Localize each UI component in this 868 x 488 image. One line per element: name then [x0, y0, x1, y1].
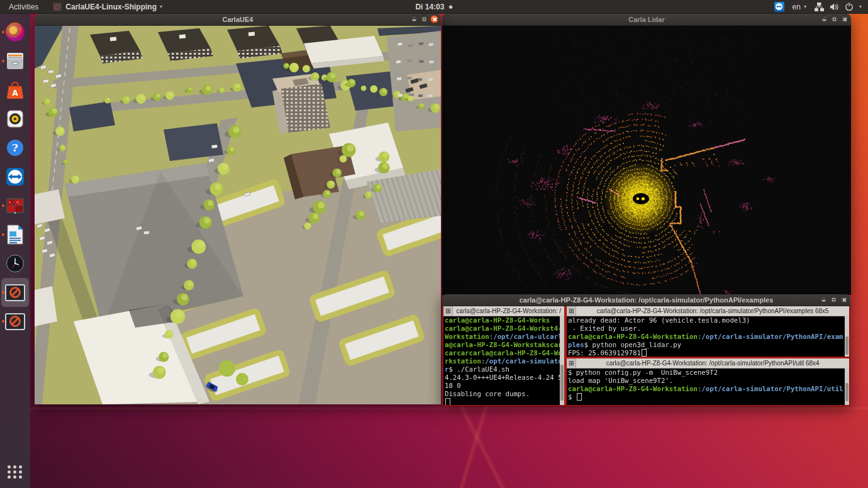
dock-item-teamviewer[interactable]: [1, 162, 29, 191]
terminal-line: 18 0: [445, 382, 563, 390]
terminal-line: carcarcarla@carla-HP-Z8-G4-Wo: [445, 349, 563, 357]
scrollbar[interactable]: [845, 368, 849, 405]
chevron-down-icon: ▾: [804, 4, 806, 9]
app-window-icon: [52, 2, 62, 12]
terminal-line: Workstation:/opt/carla-ulcarl: [445, 333, 563, 341]
show-applications-icon: [8, 465, 23, 479]
scrollbar[interactable]: [560, 316, 564, 405]
minimize-button[interactable]: [820, 15, 828, 23]
power-icon[interactable]: [845, 3, 854, 11]
terminal-grid-icon: ⊞: [443, 306, 453, 316]
terminal-line: [445, 398, 563, 405]
maximize-button[interactable]: [830, 15, 838, 23]
terminal-line: already dead: Actor 96 (vehicle.tesla.mo…: [568, 316, 848, 324]
dock-item-carla-window-2[interactable]: [1, 307, 29, 336]
language-label: en: [793, 3, 801, 11]
running-indicator: [2, 291, 4, 294]
firefox-icon: [4, 21, 26, 43]
terminal-line: rkstation:/opt/carla-simulato: [445, 357, 563, 365]
terminal-line: FPS: 25.0639129781: [568, 349, 848, 357]
pane-tab-label: carla@carla-HP-Z8-G4-Workstation: /opt/c…: [576, 308, 849, 314]
lidar-point-cloud[interactable]: [442, 26, 851, 295]
terminal-line: Disabling core dumps.: [445, 390, 563, 398]
volume-icon[interactable]: [830, 3, 839, 11]
carla-missing-app-icon: [5, 284, 25, 301]
terminal-output[interactable]: $ python config.py -m UniBw_scene9T2load…: [567, 369, 849, 401]
dock-item-firefox[interactable]: [1, 18, 29, 47]
svg-text:A: A: [12, 89, 18, 97]
dock-item-terminator[interactable]: >_>_: [1, 191, 29, 220]
pane-tab[interactable]: ⊞ carla@carla-HP-Z8-G4-Workstation: /opt…: [567, 306, 849, 316]
terminal-cursor: [642, 349, 647, 357]
terminal-pane-bottom-right[interactable]: ⊞ carla@carla-HP-Z8-G4-Workstation: /opt…: [567, 358, 849, 405]
maximize-button[interactable]: [830, 296, 838, 304]
terminal-line: a@carla-HP-Z8-G4-Workstakscar: [445, 341, 563, 349]
carla-missing-app-icon: [5, 313, 25, 330]
terminal-pane-left[interactable]: ⊞ carla@carla-HP-Z8-G4-Workstation: / ca…: [443, 306, 564, 405]
terminator-window: carla@carla-HP-Z8-G4-Workstation: /opt/c…: [442, 294, 850, 406]
minimize-button[interactable]: [410, 15, 418, 23]
dock-item-ubuntu-software[interactable]: A: [1, 75, 29, 104]
carla-lidar-window: Carla Lidar: [442, 14, 851, 295]
terminal-window-title: carla@carla-HP-Z8-G4-Workstation: /opt/c…: [520, 296, 774, 304]
running-indicator: [2, 31, 4, 33]
activities-button[interactable]: Activities: [6, 0, 41, 14]
dock-item-rhythmbox[interactable]: [1, 104, 29, 133]
libreoffice-writer-icon: [6, 225, 25, 245]
dock-item-help[interactable]: ?: [1, 133, 29, 162]
terminal-window-titlebar[interactable]: carla@carla-HP-Z8-G4-Workstation: /opt/c…: [442, 294, 850, 306]
ubuntu-software-icon: A: [5, 80, 25, 100]
svg-text:?: ?: [12, 141, 18, 154]
activities-label: Activities: [9, 3, 38, 11]
close-button[interactable]: [840, 296, 848, 304]
show-applications-button[interactable]: [1, 458, 29, 485]
dock-item-libreoffice-writer[interactable]: [1, 220, 29, 249]
close-button[interactable]: [840, 15, 849, 23]
help-icon: ?: [5, 138, 25, 158]
carla-3d-viewport[interactable]: [35, 26, 441, 404]
pane-tab-label: carla@carla-HP-Z8-G4-Workstation: /opt/c…: [576, 360, 849, 367]
maximize-button[interactable]: [420, 15, 428, 23]
terminal-line: - Exited by user.: [568, 324, 848, 333]
chevron-down-icon: ▾: [160, 4, 162, 9]
terminal-output[interactable]: already dead: Actor 96 (vehicle.tesla.mo…: [567, 316, 849, 357]
terminal-line: carla@carla-HP-Z8-G4-Works: [445, 316, 563, 324]
app-menu-label: CarlaUE4-Linux-Shipping: [65, 3, 157, 11]
dock-item-files[interactable]: [1, 47, 29, 75]
terminal-cursor: [577, 393, 582, 401]
app-menu[interactable]: CarlaUE4-Linux-Shipping ▾: [50, 0, 165, 14]
svg-text:>_: >_: [17, 200, 21, 204]
terminal-pane-top-right[interactable]: ⊞ carla@carla-HP-Z8-G4-Workstation: /opt…: [567, 306, 849, 357]
carla-window-titlebar[interactable]: CarlaUE4: [35, 14, 441, 26]
terminal-line: carla@carla-HP-Z8-G4-Workstation:/opt/ca…: [568, 385, 848, 393]
clock-menu[interactable]: Di 14:03 ●: [415, 3, 452, 11]
close-button[interactable]: [430, 15, 438, 23]
top-bar: Activities CarlaUE4-Linux-Shipping ▾ Di …: [0, 0, 868, 14]
network-icon[interactable]: [815, 3, 824, 11]
running-indicator: [2, 60, 4, 62]
terminal-line: carla@carla-HP-Z8-G4-Workstation:/opt/ca…: [568, 333, 848, 341]
teamviewer-icon: [5, 167, 25, 187]
terminal-line: carla@carla-HP-Z8-G4-Workst4-: [445, 324, 563, 333]
minimize-button[interactable]: [820, 296, 828, 304]
dock-item-clock[interactable]: [1, 249, 29, 278]
carla-window-title: CarlaUE4: [223, 16, 253, 23]
pane-tab[interactable]: ⊞ carla@carla-HP-Z8-G4-Workstation: /opt…: [567, 358, 849, 369]
terminal-grid-icon: ⊞: [567, 306, 576, 316]
dock-item-carla-window[interactable]: [1, 278, 29, 307]
svg-text:>_: >_: [9, 200, 13, 204]
notification-dot-icon: ●: [448, 4, 452, 9]
language-indicator[interactable]: en ▾: [790, 0, 809, 14]
terminal-line: load map 'UniBw_scene9T2'.: [568, 377, 848, 385]
terminal-line: ples$ python open3d_lidar.py: [568, 341, 848, 349]
lidar-window-title: Carla Lidar: [628, 16, 664, 23]
pane-tab[interactable]: ⊞ carla@carla-HP-Z8-G4-Workstation: /: [443, 306, 564, 316]
chevron-down-icon[interactable]: ▾: [859, 4, 862, 9]
terminal-output[interactable]: carla@carla-HP-Z8-G4-Workscarla@carla-HP…: [443, 316, 564, 405]
dock: A ? >_>_: [0, 14, 30, 488]
running-indicator: [2, 204, 4, 207]
lidar-window-titlebar[interactable]: Carla Lidar: [442, 14, 851, 26]
terminal-line: $: [568, 393, 848, 401]
teamviewer-tray-icon[interactable]: [774, 2, 784, 12]
scrollbar[interactable]: [845, 316, 849, 357]
